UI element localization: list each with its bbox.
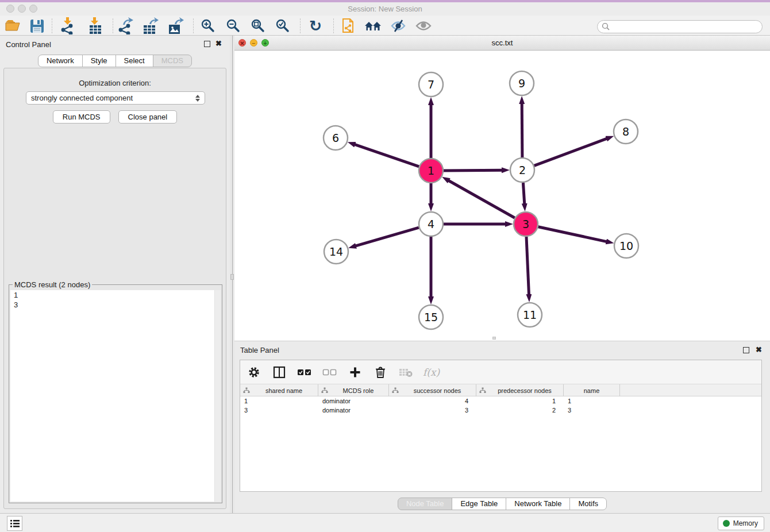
- float-panel-icon[interactable]: [204, 41, 210, 47]
- column-header-name[interactable]: name: [564, 384, 620, 396]
- result-list-item[interactable]: 3: [10, 300, 221, 310]
- optimization-criterion-label: Optimization criterion:: [4, 79, 226, 87]
- new-network-from-selection-icon[interactable]: [340, 17, 358, 34]
- cell-name[interactable]: 3: [564, 406, 620, 415]
- cell-predecessor[interactable]: 1: [476, 396, 564, 406]
- tab-node-table[interactable]: Node Table: [398, 498, 453, 510]
- splitter-grip-icon[interactable]: [230, 274, 234, 280]
- cell-name[interactable]: 1: [564, 396, 620, 406]
- close-panel-button[interactable]: Close panel: [118, 110, 178, 124]
- edge-2-9[interactable]: [522, 103, 522, 157]
- node-9[interactable]: 9: [510, 71, 534, 95]
- open-session-icon[interactable]: [3, 17, 22, 34]
- optimization-criterion-select[interactable]: strongly connected component: [26, 91, 205, 105]
- cell-shared_name[interactable]: 1: [240, 396, 318, 406]
- edge-1-2[interactable]: [444, 170, 502, 171]
- export-network-icon[interactable]: [116, 17, 134, 34]
- mcds-result-list[interactable]: 13: [10, 290, 221, 502]
- status-bar: Memory: [0, 513, 770, 532]
- cell-mcds_role[interactable]: dominator: [318, 406, 389, 415]
- node-6[interactable]: 6: [324, 126, 348, 150]
- column-header-filler: [620, 384, 761, 396]
- hide-graphics-details-icon[interactable]: [389, 17, 407, 34]
- task-history-button[interactable]: [7, 516, 22, 531]
- export-table-icon[interactable]: [141, 17, 160, 34]
- node-4[interactable]: 4: [419, 212, 443, 236]
- control-panel-header: Control Panel ✖: [0, 36, 230, 53]
- table-options-gear-icon[interactable]: [246, 364, 262, 380]
- select-all-checkboxes-icon[interactable]: [297, 364, 313, 380]
- edge-3-10[interactable]: [538, 227, 607, 242]
- cell-shared_name[interactable]: 3: [240, 406, 318, 415]
- cell-successor[interactable]: 3: [389, 406, 476, 415]
- column-type-icon: [321, 387, 328, 394]
- import-network-icon[interactable]: [59, 17, 77, 34]
- column-header-successor-nodes[interactable]: successor nodes: [389, 384, 476, 396]
- column-header-shared-name[interactable]: shared name: [240, 384, 318, 396]
- edge-3-11[interactable]: [526, 237, 529, 295]
- add-column-icon[interactable]: [347, 364, 363, 380]
- memory-status-icon: [723, 520, 730, 527]
- zoom-selected-icon[interactable]: [274, 17, 292, 34]
- export-image-icon[interactable]: [167, 17, 185, 34]
- node-3[interactable]: 3: [514, 212, 538, 236]
- close-table-panel-icon[interactable]: ✖: [756, 345, 762, 354]
- first-neighbors-icon[interactable]: [364, 17, 382, 34]
- control-panel: Control Panel ✖ NetworkStyleSelectMCDS O…: [0, 36, 230, 513]
- edge-1-6[interactable]: [355, 144, 419, 167]
- tab-style[interactable]: Style: [82, 55, 116, 67]
- delete-table-icon[interactable]: [398, 364, 414, 380]
- tab-select[interactable]: Select: [116, 55, 153, 67]
- refresh-icon[interactable]: ↻: [306, 17, 325, 34]
- function-builder-icon[interactable]: f(x): [423, 367, 440, 378]
- node-10[interactable]: 10: [614, 234, 638, 258]
- window-title: Session: New Session: [0, 5, 770, 13]
- column-selector-icon[interactable]: [271, 364, 287, 380]
- network-canvas[interactable]: 1234678910111415: [234, 51, 770, 341]
- column-header-predecessor-nodes[interactable]: predecessor nodes: [476, 384, 564, 396]
- node-2[interactable]: 2: [510, 158, 534, 182]
- node-14[interactable]: 14: [324, 240, 348, 264]
- canvas-resize-grip[interactable]: [492, 337, 496, 340]
- import-table-icon[interactable]: [86, 17, 105, 34]
- zoom-in-icon[interactable]: [199, 17, 217, 34]
- result-scrollbar[interactable]: [214, 290, 221, 502]
- edge-3-1[interactable]: [449, 180, 515, 218]
- table-row[interactable]: 1dominator411: [240, 396, 761, 406]
- edge-2-3[interactable]: [523, 183, 524, 204]
- edge-4-14[interactable]: [356, 228, 419, 246]
- select-spinner-icon: [195, 95, 200, 102]
- result-list-item[interactable]: 1: [10, 290, 221, 300]
- close-panel-icon[interactable]: ✖: [215, 39, 222, 48]
- tab-motifs[interactable]: Motifs: [569, 498, 607, 510]
- deselect-all-checkboxes-icon[interactable]: [322, 364, 338, 380]
- network-window-titlebar[interactable]: ✕ − + scc.txt: [234, 36, 770, 51]
- node-11[interactable]: 11: [518, 303, 542, 327]
- save-session-icon[interactable]: [28, 17, 46, 34]
- tab-network-table[interactable]: Network Table: [506, 498, 570, 510]
- tab-mcds[interactable]: MCDS: [153, 55, 192, 67]
- zoom-out-icon[interactable]: [224, 17, 242, 34]
- table-row[interactable]: 3dominator323: [240, 406, 761, 415]
- float-table-panel-icon[interactable]: [743, 347, 749, 353]
- run-mcds-button[interactable]: Run MCDS: [53, 110, 110, 124]
- node-1[interactable]: 1: [419, 159, 443, 183]
- column-header-MCDS-role[interactable]: MCDS role: [318, 384, 389, 396]
- node-15[interactable]: 15: [419, 305, 443, 329]
- table-panel: Table Panel ✖: [234, 341, 770, 513]
- cell-mcds_role[interactable]: dominator: [318, 396, 389, 406]
- network-view-window: ✕ − + scc.txt 1234678910111415: [234, 36, 770, 341]
- cell-predecessor[interactable]: 2: [476, 406, 564, 415]
- memory-button[interactable]: Memory: [718, 516, 764, 530]
- show-graphics-details-icon[interactable]: [414, 17, 433, 34]
- tab-network[interactable]: Network: [38, 55, 83, 67]
- node-8[interactable]: 8: [614, 119, 638, 144]
- tab-edge-table[interactable]: Edge Table: [452, 498, 506, 510]
- node-7[interactable]: 7: [419, 72, 443, 97]
- search-field[interactable]: [597, 20, 763, 33]
- zoom-fit-icon[interactable]: [249, 17, 267, 34]
- delete-column-icon[interactable]: [372, 364, 388, 380]
- edge-2-8[interactable]: [534, 138, 607, 165]
- panel-splitter[interactable]: [230, 36, 234, 513]
- cell-successor[interactable]: 4: [389, 396, 476, 406]
